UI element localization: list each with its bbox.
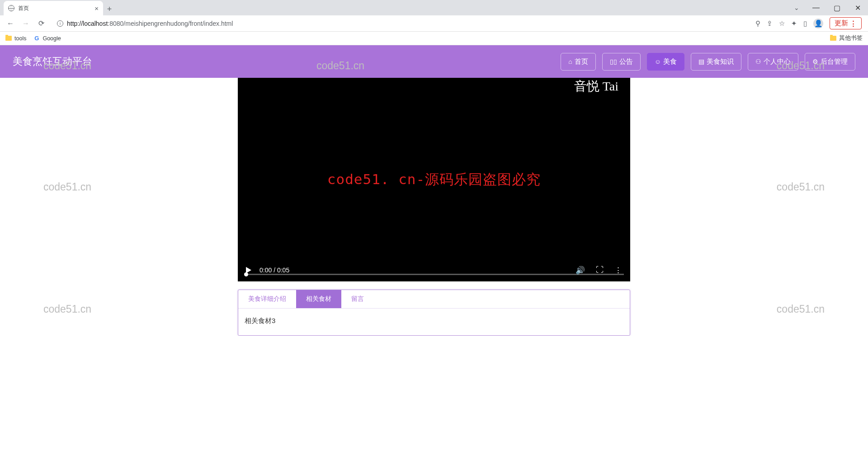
page-content: code51.cn code51.cn code51.cn 音悦 Tai cod… [0, 78, 868, 336]
watermark: code51.cn [43, 303, 91, 315]
close-tab-icon[interactable]: × [94, 5, 99, 12]
update-button[interactable]: 更新⋮ [830, 17, 862, 29]
bookmark-tools[interactable]: tools [5, 35, 26, 42]
watermark: code51.cn [777, 181, 825, 193]
nav-item-4[interactable]: ⚇个人中心 [748, 53, 798, 71]
maximize-button[interactable]: ▢ [826, 0, 847, 15]
video-controls: 0:00 / 0:05 🔊 ⛶ ⋮ [238, 259, 630, 281]
nav-item-5[interactable]: ⚙后台管理 [805, 53, 855, 71]
url-box[interactable]: i http://localhost:8080/meishipengrenhud… [52, 17, 751, 30]
profile-avatar[interactable]: 👤 [813, 19, 823, 29]
site-title: 美食烹饪互动平台 [13, 55, 92, 68]
close-window-button[interactable]: ✕ [847, 0, 868, 15]
folder-icon [830, 36, 836, 41]
bookmark-other[interactable]: 其他书签 [830, 34, 863, 42]
video-top-text: 音悦 Tai [574, 78, 618, 95]
nav-label: 个人中心 [764, 57, 791, 66]
panel-body: 相关食材3 [238, 309, 630, 335]
nav-item-1[interactable]: ▯▯公告 [602, 53, 641, 71]
nav-icon: ⌂ [568, 58, 572, 65]
site-info-icon[interactable]: i [57, 20, 63, 27]
video-watermark-text: code51. cn-源码乐园盗图必究 [327, 170, 541, 189]
bookmarks-bar: tools G Google 其他书签 [0, 32, 868, 45]
nav-icon: ☺ [655, 58, 661, 65]
share-icon[interactable]: ⇪ [767, 19, 773, 28]
detail-panel: 美食详细介绍相关食材留言 相关食材3 [238, 290, 630, 336]
nav-icon: ⚙ [812, 58, 818, 65]
bookmark-google[interactable]: G Google [33, 35, 61, 42]
forward-button[interactable]: → [19, 17, 33, 30]
toolbar-right: ⚲ ⇪ ☆ ✦ ▯ 👤 更新⋮ [755, 17, 864, 29]
browser-tab[interactable]: 首页 × [4, 1, 103, 15]
reload-button[interactable]: ⟳ [34, 17, 48, 30]
new-tab-button[interactable]: + [103, 3, 116, 15]
browser-tab-strip: 首页 × + ⌄ — ▢ ✕ [0, 0, 868, 15]
nav-icon: ▤ [698, 58, 704, 65]
panel-tab-0[interactable]: 美食详细介绍 [238, 290, 296, 308]
window-controls: ⌄ — ▢ ✕ [788, 0, 868, 15]
google-icon: G [33, 35, 40, 42]
folder-icon [5, 36, 12, 41]
video-player[interactable]: 音悦 Tai code51. cn-源码乐园盗图必究 0:00 / 0:05 🔊… [238, 78, 630, 281]
zoom-icon[interactable]: ⚲ [755, 19, 760, 28]
address-bar-row: ← → ⟳ i http://localhost:8080/meishipeng… [0, 15, 868, 32]
video-time: 0:00 / 0:05 [259, 266, 289, 274]
watermark: code51.cn [777, 303, 825, 315]
tab-title: 首页 [18, 5, 91, 12]
nav-item-3[interactable]: ▤美食知识 [691, 53, 741, 71]
globe-icon [8, 5, 14, 11]
panel-tab-2[interactable]: 留言 [341, 290, 374, 308]
url-text: http://localhost:8080/meishipengrenhudon… [67, 20, 233, 27]
extensions-icon[interactable]: ✦ [791, 19, 797, 28]
nav-label: 后台管理 [821, 57, 848, 66]
site-navbar: 美食烹饪互动平台 ⌂首页▯▯公告☺美食▤美食知识⚇个人中心⚙后台管理 [0, 45, 868, 78]
panel-tabs: 美食详细介绍相关食材留言 [238, 290, 630, 309]
video-progress[interactable] [244, 274, 624, 275]
tab-dropdown-icon[interactable]: ⌄ [788, 4, 806, 11]
side-panel-icon[interactable]: ▯ [803, 19, 807, 28]
nav-label: 美食知识 [707, 57, 734, 66]
bookmark-star-icon[interactable]: ☆ [779, 19, 785, 28]
watermark: code51.cn [43, 181, 91, 193]
progress-thumb[interactable] [244, 272, 248, 276]
nav-label: 公告 [619, 57, 633, 66]
nav-icon: ⚇ [755, 58, 761, 65]
nav-label: 首页 [575, 57, 588, 66]
fullscreen-icon[interactable]: ⛶ [596, 266, 604, 275]
nav-item-2[interactable]: ☺美食 [647, 53, 684, 71]
nav-item-0[interactable]: ⌂首页 [561, 53, 595, 71]
panel-tab-1[interactable]: 相关食材 [296, 290, 341, 308]
nav-label: 美食 [663, 57, 677, 66]
minimize-button[interactable]: — [806, 0, 826, 15]
back-button[interactable]: ← [4, 17, 17, 30]
nav-icon: ▯▯ [610, 58, 617, 65]
nav-items: ⌂首页▯▯公告☺美食▤美食知识⚇个人中心⚙后台管理 [561, 53, 855, 71]
